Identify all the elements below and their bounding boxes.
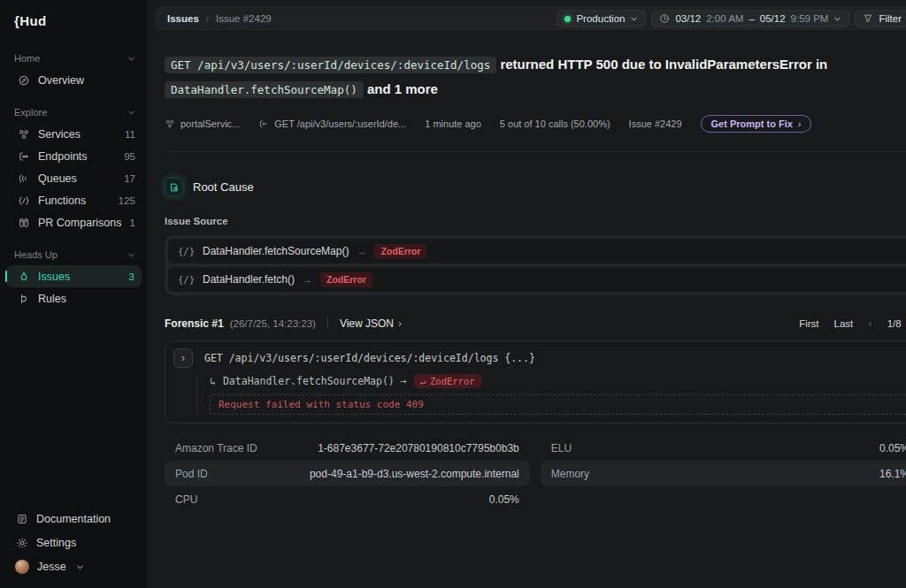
forensic-timestamp: (26/7/25, 14:23:23) <box>230 318 316 329</box>
cta-label: Get Prompt to Fix <box>711 118 793 129</box>
metric-value: 0.05% <box>489 493 519 506</box>
documentation-icon <box>15 512 28 525</box>
pr-comparisons-count: 1 <box>130 218 135 228</box>
sidebar-section-explore[interactable]: Explore <box>0 102 148 123</box>
chevron-down-icon <box>833 15 841 23</box>
return-arrow-icon: ↳ <box>210 375 216 387</box>
metric-key: Pod ID <box>175 468 208 480</box>
sidebar-section-home[interactable]: Home <box>0 48 148 69</box>
meta-service[interactable]: portalServic... <box>165 118 240 129</box>
queues-count: 17 <box>124 173 135 184</box>
endpoints-icon <box>258 118 269 129</box>
issue-source-label: Issue Source <box>165 216 906 226</box>
sidebar-section-heads-up[interactable]: Heads Up <box>0 244 148 265</box>
sidebar-item-queues[interactable]: Queues 17 <box>0 167 148 189</box>
gear-icon <box>15 536 28 549</box>
table-row: CPU 0.05% <box>165 486 530 512</box>
sidebar-item-label: Issues <box>38 271 70 283</box>
metric-key: CPU <box>175 493 197 506</box>
topbar-controls: Production 03/12 2:00 AM – 05/12 9:59 PM <box>557 10 906 27</box>
pagination-first-button[interactable]: First <box>799 318 818 329</box>
issue-source-row[interactable]: {/} DataHandler.fetchSourceMap() → ZodEr… <box>168 239 906 263</box>
issue-header: GET /api/v3/users/:userId/devices/:devic… <box>149 30 906 152</box>
avatar <box>15 560 29 574</box>
sidebar-item-services[interactable]: Services 11 <box>0 123 148 145</box>
sidebar-item-label: Functions <box>38 195 86 207</box>
date-range-picker[interactable]: 03/12 2:00 AM – 05/12 9:59 PM <box>651 10 849 27</box>
expand-trace-button[interactable]: › <box>173 348 193 368</box>
chevron-down-icon <box>127 55 135 63</box>
trace-request-line: GET /api/v3/users/:userId/devices/:devic… <box>204 352 535 364</box>
chevron-right-icon: › <box>798 118 802 129</box>
sidebar-item-functions[interactable]: Functions 125 <box>0 189 148 211</box>
chevron-down-icon <box>127 109 135 117</box>
main-panel: Issues / Issue #2429 Production 03/12 2:… <box>149 0 906 588</box>
queues-icon <box>17 172 30 185</box>
filter-button[interactable]: Filter <box>855 10 906 27</box>
root-cause-title: Root Cause <box>193 180 254 194</box>
metrics-left-column: Amazon Trace ID 1-687e3677-72e2078019081… <box>165 435 530 512</box>
compass-icon <box>17 73 30 87</box>
return-glyph-icon: ↵ <box>420 376 426 386</box>
metric-value: 16.1% <box>879 468 906 480</box>
range-start-time: 2:00 AM <box>706 13 743 24</box>
get-prompt-to-fix-button[interactable]: Get Prompt to Fix › <box>701 115 812 133</box>
sidebar-item-documentation[interactable]: Documentation <box>0 507 148 531</box>
services-count: 11 <box>125 129 135 140</box>
sidebar-item-settings[interactable]: Settings <box>0 531 148 554</box>
metric-value: 0.05% <box>879 442 906 454</box>
table-row: Amazon Trace ID 1-687e3677-72e2078019081… <box>165 435 530 461</box>
metrics-table: Amazon Trace ID 1-687e3677-72e2078019081… <box>165 435 906 512</box>
zoderror-badge: ↵ ZodError <box>414 374 481 388</box>
rules-icon <box>17 292 30 305</box>
meta-endpoint[interactable]: GET /api/v3/users/:userId/de... <box>258 118 406 129</box>
sidebar-item-endpoints[interactable]: Endpoints 95 <box>0 145 148 167</box>
environment-status-dot <box>564 16 571 22</box>
clock-icon <box>659 13 670 24</box>
endpoint-code-chip: GET /api/v3/users/:userId/devices/:devic… <box>165 57 496 73</box>
issue-title-suffix: and 1 more <box>364 81 438 96</box>
pagination-prev-icon[interactable]: ‹ <box>868 317 871 330</box>
meta-time-ago: 1 minute ago <box>425 118 481 129</box>
breadcrumb-separator: / <box>206 13 209 24</box>
issue-source-card: {/} DataHandler.fetchSourceMap() → ZodEr… <box>165 235 906 295</box>
metrics-right-column: ELU 0.05% Memory 16.1% <box>541 435 906 512</box>
services-icon <box>165 118 175 129</box>
issues-count: 3 <box>129 271 134 282</box>
root-cause-header: Root Cause <box>165 178 906 196</box>
pr-comparisons-icon <box>17 216 30 229</box>
sidebar-item-label: Settings <box>36 537 76 549</box>
funnel-icon <box>863 13 873 24</box>
issue-source-row[interactable]: {/} DataHandler.fetch() → ZodError <box>168 267 906 292</box>
source-function-name: DataHandler.fetchSourceMap() <box>203 245 349 257</box>
chevron-right-icon: › <box>398 317 402 330</box>
view-json-button[interactable]: View JSON › <box>340 317 402 330</box>
sidebar: {Hud Home Overview Explore Services 11 <box>0 0 149 588</box>
trace-frames: ↳ DataHandler.fetchSourceMap() → ↵ ZodEr… <box>196 374 906 415</box>
pagination-last-button[interactable]: Last <box>834 318 854 329</box>
zoderror-badge: ZodError <box>374 244 426 259</box>
function-icon: {/} <box>178 246 195 256</box>
topbar: Issues / Issue #2429 Production 03/12 2:… <box>156 7 906 30</box>
sidebar-item-pr-comparisons[interactable]: PR Comparisons 1 <box>0 211 148 233</box>
user-menu[interactable]: Jesse <box>0 554 148 579</box>
metric-key: Memory <box>551 468 589 480</box>
user-name: Jesse <box>37 561 66 573</box>
flame-icon <box>17 270 30 283</box>
issue-title-text: returned HTTP 500 due to InvalidParamete… <box>496 57 827 72</box>
metric-key: ELU <box>551 442 572 454</box>
zoderror-badge: ZodError <box>320 272 372 287</box>
root-cause-section: Root Cause Issue Source {/} DataHandler.… <box>149 152 906 512</box>
functions-count: 125 <box>119 195 135 206</box>
forensic-pagination: First Last ‹ 1/8 › <box>799 317 906 330</box>
metric-value: pod-49-a1-b9-d3.us-west-2.compute.intern… <box>310 468 519 480</box>
sidebar-item-rules[interactable]: Rules <box>0 287 148 309</box>
breadcrumb-issues-link[interactable]: Issues <box>167 13 199 24</box>
file-search-icon <box>165 178 183 196</box>
frame-error-label: ZodError <box>430 376 475 386</box>
arrow-right-icon: → <box>357 246 366 256</box>
environment-select[interactable]: Production <box>557 10 646 27</box>
sidebar-item-overview[interactable]: Overview <box>0 69 148 91</box>
frame-function-name: DataHandler.fetchSourceMap() → <box>223 375 407 387</box>
sidebar-item-issues[interactable]: Issues 3 <box>6 265 142 287</box>
